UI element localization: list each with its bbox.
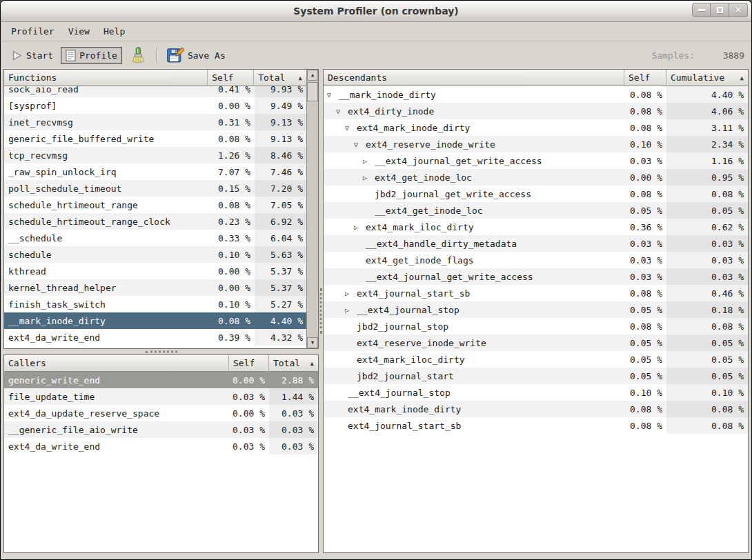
table-row[interactable]: kernel_thread_helper0.00 %5.37 % [4, 279, 306, 296]
table-row[interactable]: generic_file_buffered_write0.08 %9.13 % [4, 130, 306, 147]
horizontal-splitter[interactable] [3, 349, 319, 354]
tree-row[interactable]: ▽ext4_reserve_inode_write0.10 %2.34 % [324, 136, 748, 152]
tree-row[interactable]: jbd2_journal_start0.05 %0.05 % [324, 368, 748, 384]
reset-button[interactable] [125, 44, 150, 67]
cumulative-column-header[interactable]: Cumulative ▲ [666, 70, 748, 86]
table-row[interactable]: schedule_hrtimeout_range0.08 %7.05 % [4, 197, 306, 213]
function-name: __mark_inode_dirty [339, 90, 436, 100]
table-row[interactable]: _raw_spin_unlock_irq7.07 %7.46 % [4, 163, 306, 180]
menu-help[interactable]: Help [97, 24, 132, 39]
self-column-header[interactable]: Self [624, 70, 666, 86]
tree-row[interactable]: __ext4_get_inode_loc0.05 %0.05 % [324, 202, 748, 219]
table-row[interactable]: finish_task_switch0.10 %5.27 % [4, 296, 306, 312]
tree-row[interactable]: ▷__ext4_journal_get_write_access0.03 %1.… [324, 152, 748, 169]
tree-row[interactable]: jbd2_journal_get_write_access0.08 %0.08 … [324, 186, 748, 202]
table-row[interactable]: file_update_time0.03 %1.44 % [4, 388, 318, 405]
scroll-down-icon[interactable]: ▼ [307, 337, 318, 348]
menubar: Profiler View Help [1, 22, 751, 41]
callers-column-header[interactable]: Callers [4, 355, 229, 372]
tree-row[interactable]: ▽ext4_dirty_inode0.08 %4.06 % [324, 103, 748, 119]
samples-value: 3889 [695, 50, 744, 61]
start-button[interactable]: Start [6, 47, 58, 64]
table-row[interactable]: schedule0.10 %5.63 % [4, 246, 306, 263]
maximize-icon [717, 7, 723, 13]
table-row[interactable]: inet_recvmsg0.31 %9.13 % [4, 114, 306, 130]
menu-profiler[interactable]: Profiler [4, 24, 61, 39]
functions-scrollbar[interactable]: ▲ ▼ [306, 70, 318, 348]
toolbar-separator [156, 47, 157, 63]
start-label: Start [26, 50, 53, 61]
tree-row[interactable]: ext4_get_inode_flags0.03 %0.03 % [324, 252, 748, 268]
table-row[interactable]: poll_schedule_timeout0.15 %7.20 % [4, 180, 306, 197]
tree-row[interactable]: ▽ext4_mark_inode_dirty0.08 %3.11 % [324, 119, 748, 136]
self-column-header[interactable]: Self [229, 355, 269, 372]
sort-ascending-icon: ▲ [736, 74, 744, 81]
expander-open-icon[interactable]: ▽ [345, 124, 357, 132]
tree-row[interactable]: ▷ext4_get_inode_loc0.00 %0.95 % [324, 169, 748, 186]
tree-row[interactable]: __ext4_handle_dirty_metadata0.03 %0.03 % [324, 235, 748, 252]
function-name: jbd2_journal_stop [357, 321, 448, 332]
table-row[interactable]: sock_aio_read0.41 %9.93 % [4, 86, 306, 97]
tree-row[interactable]: ext4_journal_start_sb0.08 %0.08 % [324, 417, 748, 434]
expander-closed-icon[interactable]: ▷ [363, 157, 375, 165]
tree-row[interactable]: ext4_reserve_inode_write0.05 %0.05 % [324, 334, 748, 351]
window-bottom-edge [1, 553, 751, 559]
tree-row[interactable]: ▽__mark_inode_dirty0.08 %4.40 % [324, 86, 748, 103]
total-column-header[interactable]: Total ▲ [269, 355, 318, 372]
table-row[interactable]: schedule_hrtimeout_range_clock0.23 %6.92… [4, 213, 306, 230]
scrollbar-thumb[interactable] [307, 82, 318, 101]
function-name: ext4_journal_start_sb [348, 421, 461, 431]
table-row[interactable]: __schedule0.33 %6.04 % [4, 230, 306, 246]
table-row[interactable]: __mark_inode_dirty0.08 %4.40 % [4, 312, 306, 329]
function-name: __ext4_journal_stop [348, 388, 451, 398]
descendants-column-header[interactable]: Descendants [324, 70, 624, 86]
tree-row[interactable]: __ext4_journal_stop0.10 %0.10 % [324, 384, 748, 401]
tree-row[interactable]: ext4_mark_iloc_dirty0.05 %0.05 % [324, 351, 748, 368]
window-controls: ✕ [692, 3, 748, 17]
close-button[interactable]: ✕ [729, 3, 748, 17]
table-row[interactable]: generic_write_end0.00 %2.88 % [4, 372, 318, 388]
function-name: __ext4_get_inode_loc [375, 206, 483, 216]
tree-row[interactable]: ▷ext4_journal_start_sb0.08 %0.46 % [324, 285, 748, 301]
expander-closed-icon[interactable]: ▷ [354, 223, 366, 231]
titlebar[interactable]: System Profiler (on crownbay) ✕ [1, 1, 751, 22]
tree-row[interactable]: ▷__ext4_journal_stop0.05 %0.18 % [324, 301, 748, 318]
expander-closed-icon[interactable]: ▷ [345, 290, 357, 297]
functions-column-header[interactable]: Functions [4, 70, 208, 86]
table-row[interactable]: ext4_da_update_reserve_space0.00 %0.03 % [4, 405, 318, 421]
tree-row[interactable]: jbd2_journal_stop0.08 %0.08 % [324, 318, 748, 334]
document-icon [66, 50, 76, 61]
expander-open-icon[interactable]: ▽ [354, 141, 366, 148]
self-column-header[interactable]: Self [208, 70, 254, 86]
table-row[interactable]: kthread0.00 %5.37 % [4, 263, 306, 279]
table-row[interactable]: [sysprof]0.00 %9.49 % [4, 97, 306, 114]
function-name: ext4_reserve_inode_write [366, 139, 495, 150]
table-row[interactable]: tcp_recvmsg1.26 %8.46 % [4, 147, 306, 163]
expander-closed-icon[interactable]: ▷ [345, 306, 357, 314]
maximize-button[interactable] [711, 3, 729, 17]
tree-row[interactable]: __ext4_journal_get_write_access0.03 %0.0… [324, 268, 748, 285]
save-as-label: Save As [188, 50, 226, 61]
descendants-header: Descendants Self Cumulative ▲ [324, 70, 748, 86]
expander-closed-icon[interactable]: ▷ [363, 174, 375, 181]
scroll-up-icon[interactable]: ▲ [307, 70, 318, 81]
vertical-splitter[interactable] [319, 69, 323, 553]
tree-row[interactable]: ▷ext4_mark_iloc_dirty0.36 %0.62 % [324, 219, 748, 235]
function-name: ext4_mark_iloc_dirty [366, 222, 474, 232]
function-name: ext4_journal_start_sb [357, 288, 470, 299]
expander-open-icon[interactable]: ▽ [327, 91, 339, 99]
total-column-header[interactable]: Total ▲ [254, 70, 306, 86]
functions-rows-viewport: sock_aio_read0.41 %9.93 %[sysprof]0.00 %… [4, 86, 306, 348]
table-row[interactable]: __generic_file_aio_write0.03 %0.03 % [4, 421, 318, 438]
scrollbar-track[interactable] [307, 81, 318, 337]
save-as-button[interactable]: Save As [162, 45, 230, 66]
function-name: jbd2_journal_get_write_access [375, 189, 531, 199]
table-row[interactable]: ext4_da_write_end0.39 %4.32 % [4, 329, 306, 346]
minimize-button[interactable] [692, 3, 711, 17]
menu-view[interactable]: View [61, 24, 97, 39]
tree-row[interactable]: ext4_mark_inode_dirty0.08 %0.08 % [324, 401, 748, 417]
profile-toggle-button[interactable]: Profile [61, 47, 122, 64]
expander-open-icon[interactable]: ▽ [336, 108, 348, 115]
table-row[interactable]: ext4_da_write_end0.03 %0.03 % [4, 438, 318, 454]
callers-rows-viewport: generic_write_end0.00 %2.88 %file_update… [4, 372, 318, 552]
